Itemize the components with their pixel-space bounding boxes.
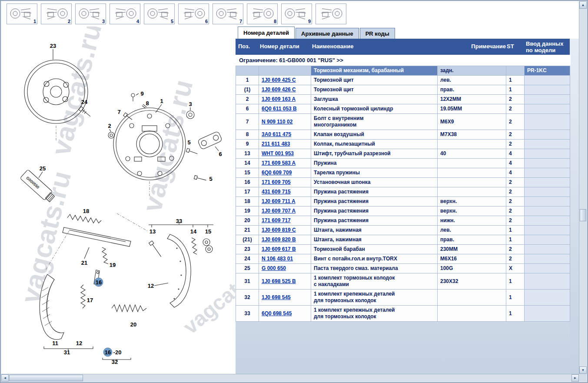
diagram-callout-16[interactable]: 16	[105, 349, 111, 356]
part-number-link[interactable]: 6Q0 609 709	[262, 170, 292, 176]
part-row[interactable]: 156Q0 609 709Тарелка пружины4	[236, 168, 570, 178]
up-arrow-icon: ▲	[581, 3, 585, 7]
part-row[interactable]: 13WHT 001 953Штифт, трубчатый разрезной4…	[236, 149, 570, 159]
tab-1[interactable]: Номера деталей	[238, 27, 295, 39]
diagram-callout-13[interactable]: 13	[149, 228, 156, 235]
part-row[interactable]: 181J0 609 711 AПружина растяженияверхн.2	[236, 197, 570, 206]
part-number-link[interactable]: 1J0 698 545	[262, 294, 291, 300]
diagram-callout-11[interactable]: 11	[52, 340, 58, 346]
part-number-link[interactable]: 1J0 609 426 C	[262, 87, 296, 93]
scroll-down-button[interactable]: ▼	[579, 366, 587, 374]
scroll-right-button[interactable]: ►	[571, 374, 579, 382]
part-row[interactable]: 7N 909 110 02Болт с внутренним многогран…	[236, 114, 570, 130]
part-row[interactable]: 20171 609 717Пружина растяжениянижн.2	[236, 216, 570, 226]
part-row[interactable]: 66Q0 611 053 BКолесный тормозной цилиндр…	[236, 104, 570, 114]
diagram-callout-20[interactable]: 20	[130, 321, 136, 328]
part-number-link[interactable]: 1J0 609 820 B	[262, 236, 296, 243]
vertical-scrollbar[interactable]: ▲ ▼	[579, 1, 587, 374]
part-row[interactable]: 211J0 609 819 CШтанга, нажимнаялев.1	[236, 226, 570, 235]
diagram-callout-2[interactable]: 2	[108, 123, 111, 129]
section-thumbnail-3[interactable]: 3	[75, 3, 106, 24]
part-number-link[interactable]: 171 609 717	[262, 217, 291, 223]
part-row[interactable]: 14171 609 583 AПружина4	[236, 159, 570, 168]
part-number-link[interactable]: 1J0 698 525 B	[262, 278, 296, 284]
part-row[interactable]: (21)1J0 609 820 BШтанга, нажимнаяправ.1	[236, 235, 570, 245]
part-number-link[interactable]: 211 611 483	[262, 141, 290, 147]
part-row[interactable]: (1)1J0 609 426 CТормозной щитправ.1	[236, 85, 570, 95]
diagram-callout-8[interactable]: 8	[146, 100, 149, 107]
part-row[interactable]: 25G 000 650Паста твердого смаз. материал…	[236, 264, 570, 273]
part-row[interactable]: 231J0 609 617 BТормозной барабан230MM2	[236, 245, 570, 254]
diagram-callout-12[interactable]: 12	[76, 340, 82, 346]
horizontal-scroll-thumb[interactable]	[9, 375, 83, 381]
part-number-link[interactable]: 171 609 583 A	[262, 160, 296, 166]
vertical-scroll-thumb[interactable]	[580, 209, 586, 221]
section-thumbnail-5[interactable]: 5	[144, 3, 175, 24]
section-thumbnail-2[interactable]: 2	[41, 3, 72, 24]
diagram-callout-32[interactable]: 32	[112, 359, 118, 365]
part-number-link[interactable]: 1J0 609 425 C	[262, 77, 296, 83]
part-number-link[interactable]: 431 609 715	[262, 189, 291, 195]
tab-3[interactable]: PR коды	[360, 28, 395, 39]
diagram-callout-20[interactable]: -20	[113, 349, 122, 356]
part-number-link[interactable]: 6Q0 611 053 B	[262, 106, 297, 112]
diagram-callout-14[interactable]: 14	[190, 228, 197, 235]
model-data-cell	[525, 130, 570, 140]
diagram-callout-24[interactable]: 24	[81, 99, 88, 105]
part-row[interactable]: 21J0 609 163 AЗаглушка12X2MM2	[236, 95, 570, 104]
part-row[interactable]: 16171 609 705Установочная шпонка2	[236, 178, 570, 187]
part-number-link[interactable]: G 000 650	[262, 265, 286, 271]
part-row[interactable]: 321J0 698 5451 комплект крепежных детале…	[236, 290, 570, 306]
diagram-callout-21[interactable]: 21	[81, 260, 87, 266]
diagram-callout-17[interactable]: 17	[87, 297, 93, 303]
part-row[interactable]: 9211 611 483Колпак, пылезащитный2	[236, 140, 570, 149]
diagram-callout-9[interactable]: 9	[140, 90, 143, 97]
part-number-link[interactable]: N 909 110 02	[262, 119, 292, 125]
part-number-link[interactable]: 1J0 609 711 A	[262, 198, 296, 204]
part-number-link[interactable]: 3A0 611 475	[262, 131, 291, 137]
section-thumbnail-9[interactable]: 9	[281, 3, 312, 24]
diagram-callout-23[interactable]: 23	[50, 43, 56, 49]
diagram-callout-25[interactable]: 25	[40, 165, 46, 172]
part-number-link[interactable]: 1J0 609 707 A	[262, 208, 296, 214]
scroll-up-button[interactable]: ▲	[579, 1, 587, 9]
part-row[interactable]: 24N 106 483 01Винт с потайн.гол.и внутр.…	[236, 254, 570, 264]
part-row[interactable]: 191J0 609 707 AПружина растяженияверхн.2	[236, 206, 570, 216]
section-thumbnail-4[interactable]: 4	[110, 3, 140, 24]
section-thumbnail-10[interactable]	[316, 3, 346, 24]
tab-2[interactable]: Архивные данные	[296, 28, 359, 39]
diagram-callout-16[interactable]: 16	[96, 279, 102, 286]
diagram-callout-3[interactable]: 3	[189, 101, 192, 107]
part-row[interactable]: 311J0 698 525 B1 комплект тормозных коло…	[236, 273, 570, 290]
scroll-left-button[interactable]: ◄	[1, 374, 9, 382]
part-number-link[interactable]: WHT 001 953	[262, 150, 294, 157]
part-number-link[interactable]: 1J0 609 163 A	[262, 96, 296, 102]
diagram-callout-5[interactable]: 5	[209, 176, 212, 182]
diagram-callout-31[interactable]: 31	[64, 349, 70, 356]
restriction-text[interactable]: Ограничение: 61-GB000 001 "RUS" >>	[236, 55, 571, 63]
part-row[interactable]: 336Q0 698 5451 комплект крепежных детале…	[236, 306, 570, 322]
part-number-cell: 171 609 583 A	[259, 159, 311, 168]
section-thumbnail-1[interactable]: 1	[7, 3, 37, 24]
diagram-callout-19[interactable]: 19	[110, 262, 116, 268]
horizontal-scrollbar[interactable]: ◄ ►	[1, 374, 579, 382]
diagram-callout-1[interactable]: 1	[160, 98, 163, 104]
section-thumbnail-6[interactable]: 6	[178, 3, 209, 24]
section-thumbnail-8[interactable]: 8	[247, 3, 278, 24]
diagram-callout-5[interactable]: 5	[187, 139, 190, 146]
part-row[interactable]: 83A0 611 475Клапан воздушныйM7X382	[236, 130, 570, 140]
diagram-callout-7[interactable]: 7	[117, 109, 120, 115]
diagram-callout-18[interactable]: 18	[83, 208, 89, 214]
diagram-callout-6[interactable]: 6	[219, 151, 222, 157]
section-thumbnail-7[interactable]: 7	[213, 3, 243, 24]
part-number-link[interactable]: 6Q0 698 545	[262, 310, 292, 316]
part-number-link[interactable]: N 106 483 01	[262, 256, 293, 262]
part-number-link[interactable]: 1J0 609 617 B	[262, 246, 296, 252]
part-row[interactable]: 11J0 609 425 CТормозной щитлев.1	[236, 76, 570, 85]
part-number-link[interactable]: 1J0 609 819 C	[262, 227, 296, 233]
part-row[interactable]: 17431 609 715Пружина растяжения2	[236, 187, 570, 197]
part-number-link[interactable]: 171 609 705	[262, 179, 291, 185]
diagram-callout-12[interactable]: 12	[148, 283, 154, 289]
diagram-callout-15[interactable]: 15	[205, 228, 211, 235]
diagram-callout-33[interactable]: 33	[176, 218, 182, 224]
